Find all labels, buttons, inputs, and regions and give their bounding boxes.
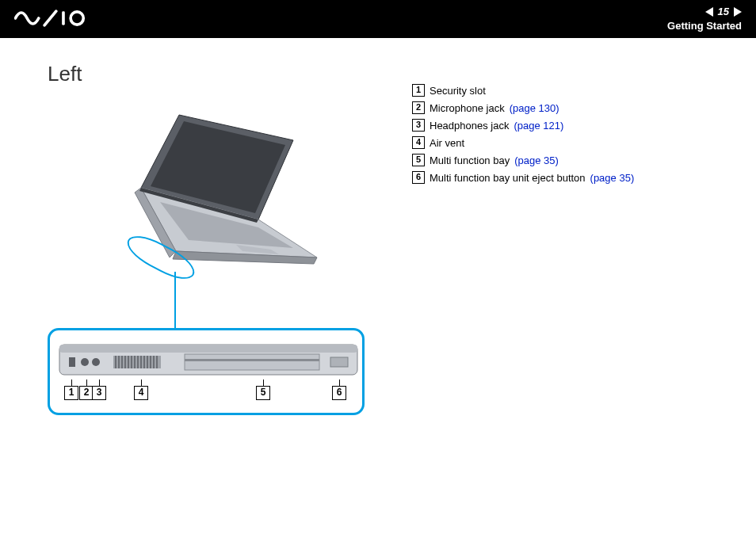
legend-item-5: 5 Multi function bay (page 35) bbox=[412, 154, 724, 166]
svg-rect-30 bbox=[185, 354, 319, 370]
svg-rect-22 bbox=[134, 356, 136, 368]
svg-rect-31 bbox=[185, 359, 319, 361]
svg-rect-25 bbox=[143, 356, 145, 368]
header-right: 15 Getting Started bbox=[667, 6, 742, 32]
legend-num-box: 3 bbox=[412, 119, 425, 132]
legend-item-2: 2 Microphone jack (page 130) bbox=[412, 101, 724, 114]
page-link[interactable]: (page 35) bbox=[514, 154, 559, 166]
legend-label: Multi function bay unit eject button bbox=[430, 172, 586, 184]
vaio-logo bbox=[14, 10, 107, 29]
page-title: Left bbox=[48, 62, 380, 86]
connector-line bbox=[174, 272, 176, 329]
legend-label: Microphone jack bbox=[430, 102, 505, 114]
header-bar: 15 Getting Started bbox=[0, 0, 756, 38]
legend-num-box: 5 bbox=[412, 154, 425, 166]
legend-label: Headphones jack bbox=[430, 120, 509, 132]
callout-5: 5 bbox=[256, 380, 270, 400]
legend-num-box: 4 bbox=[412, 136, 425, 149]
svg-rect-16 bbox=[115, 356, 116, 368]
legend-item-1: 1 Security slot bbox=[412, 84, 724, 97]
legend-label: Air vent bbox=[430, 137, 464, 149]
svg-rect-18 bbox=[121, 356, 123, 368]
svg-rect-23 bbox=[137, 356, 139, 368]
svg-rect-24 bbox=[140, 356, 142, 368]
prev-page-arrow-icon[interactable] bbox=[705, 7, 713, 17]
legend-num-box: 1 bbox=[412, 84, 425, 97]
page-link[interactable]: (page 35) bbox=[590, 172, 635, 184]
svg-rect-17 bbox=[118, 356, 120, 368]
diagram-column: Left bbox=[48, 62, 380, 427]
legend-item-3: 3 Headphones jack (page 121) bbox=[412, 119, 724, 132]
legend-num-box: 2 bbox=[412, 101, 425, 114]
callout-4: 4 bbox=[134, 380, 148, 400]
legend-num-box: 6 bbox=[412, 171, 425, 184]
svg-point-1 bbox=[71, 11, 83, 24]
callout-row: 1 2 3 4 5 6 bbox=[56, 380, 373, 399]
svg-rect-0 bbox=[62, 11, 65, 25]
legend-column: 1 Security slot 2 Microphone jack (page … bbox=[412, 62, 724, 427]
svg-rect-19 bbox=[124, 356, 126, 368]
page-link[interactable]: (page 121) bbox=[514, 120, 563, 132]
side-view-illustration bbox=[58, 340, 359, 380]
legend-item-6: 6 Multi function bay unit eject button (… bbox=[412, 171, 724, 184]
svg-rect-11 bbox=[59, 345, 357, 353]
svg-rect-12 bbox=[69, 357, 75, 367]
legend-item-4: 4 Air vent bbox=[412, 136, 724, 149]
svg-point-13 bbox=[81, 358, 89, 366]
page-link[interactable]: (page 130) bbox=[510, 102, 559, 114]
svg-point-14 bbox=[92, 358, 100, 366]
callout-6: 6 bbox=[332, 380, 346, 400]
callout-1: 1 bbox=[64, 380, 78, 400]
svg-rect-26 bbox=[147, 356, 148, 368]
svg-rect-27 bbox=[150, 356, 151, 368]
legend-label: Multi function bay bbox=[430, 154, 510, 166]
svg-rect-32 bbox=[330, 357, 348, 367]
section-name: Getting Started bbox=[667, 20, 742, 32]
svg-rect-20 bbox=[128, 356, 129, 368]
page-number: 15 bbox=[718, 6, 729, 18]
page-nav: 15 bbox=[667, 6, 742, 18]
next-page-arrow-icon[interactable] bbox=[734, 7, 742, 17]
svg-rect-29 bbox=[156, 356, 158, 368]
svg-rect-21 bbox=[131, 356, 132, 368]
callout-3: 3 bbox=[92, 380, 106, 400]
side-view-panel: 1 2 3 4 5 6 bbox=[48, 328, 365, 415]
content-area: Left bbox=[0, 38, 756, 427]
laptop-diagram: 1 2 3 4 5 6 bbox=[48, 110, 365, 427]
legend-label: Security slot bbox=[430, 85, 486, 97]
svg-rect-28 bbox=[153, 356, 155, 368]
